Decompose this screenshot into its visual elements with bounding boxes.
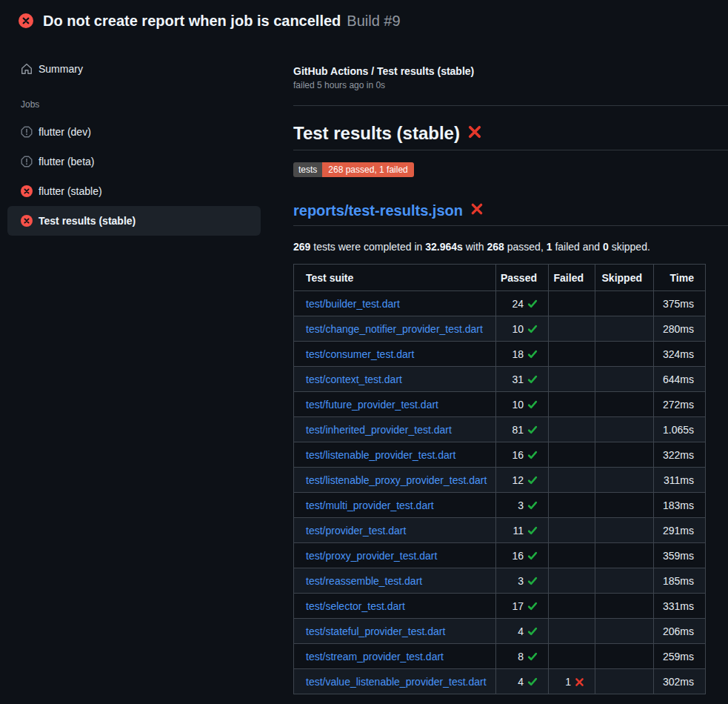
skipped-cell <box>595 291 654 316</box>
section-title-text: Test results (stable) <box>293 122 460 145</box>
time-cell: 359ms <box>654 543 706 568</box>
time-cell: 322ms <box>654 442 706 468</box>
test-suite-link[interactable]: test/proxy_provider_test.dart <box>306 550 437 562</box>
table-row: test/change_notifier_provider_test.dart1… <box>294 316 706 342</box>
skipped-cell <box>595 644 654 669</box>
test-suite-link[interactable]: test/inherited_provider_test.dart <box>306 424 452 436</box>
time-cell: 183ms <box>654 493 706 518</box>
column-header-time: Time <box>654 265 706 291</box>
test-suite-link[interactable]: test/listenable_proxy_provider_test.dart <box>306 474 487 486</box>
table-row: test/context_test.dart31644ms <box>294 367 706 392</box>
skipped-cell <box>595 468 654 493</box>
skipped-cell <box>595 543 654 568</box>
green-check-icon <box>527 576 538 586</box>
sidebar-job-item-3[interactable]: flutter (stable) <box>7 176 261 206</box>
sidebar-job-item-4[interactable]: Test results (stable) <box>7 206 261 236</box>
table-row: test/selector_test.dart17331ms <box>294 594 706 619</box>
skipped-cell <box>595 342 654 367</box>
test-suite-link[interactable]: test/builder_test.dart <box>306 298 400 310</box>
green-check-icon <box>527 601 538 611</box>
table-row: test/listenable_provider_test.dart16322m… <box>294 442 706 468</box>
run-header: Do not create report when job is cancell… <box>0 0 728 41</box>
test-suite-link[interactable]: test/selector_test.dart <box>306 600 405 612</box>
skipped-cell <box>595 392 654 417</box>
passed-cell: 17 <box>496 594 549 619</box>
job-item-label: Test results (stable) <box>39 215 136 227</box>
passed-cell: 12 <box>496 468 549 493</box>
test-suite-link[interactable]: test/stateful_provider_test.dart <box>306 625 445 637</box>
job-detail-panel: GitHub Actions / Test results (stable) f… <box>261 41 728 694</box>
sidebar-item-summary[interactable]: Summary <box>7 58 261 80</box>
green-check-icon <box>527 551 538 561</box>
sidebar-job-item-1[interactable]: flutter (dev) <box>7 117 261 147</box>
test-suite-cell: test/consumer_test.dart <box>294 342 496 367</box>
time-cell: 259ms <box>654 644 706 669</box>
time-cell: 272ms <box>654 392 706 417</box>
green-check-icon <box>527 500 538 511</box>
test-suite-cell: test/change_notifier_provider_test.dart <box>294 316 496 342</box>
test-suite-cell: test/context_test.dart <box>294 367 496 392</box>
passed-cell: 31 <box>496 367 549 392</box>
tests-status-badge: tests 268 passed, 1 failed <box>293 162 414 177</box>
time-cell: 375ms <box>654 291 706 316</box>
red-cross-icon <box>470 201 484 220</box>
passed-cell: 11 <box>496 518 549 543</box>
table-row: test/reassemble_test.dart3185ms <box>294 568 706 594</box>
passed-cell: 4 <box>496 619 549 644</box>
failed-cell <box>549 644 595 669</box>
test-suite-link[interactable]: test/provider_test.dart <box>306 525 406 537</box>
test-suite-link[interactable]: test/stream_provider_test.dart <box>306 651 444 663</box>
skipped-cell <box>595 594 654 619</box>
test-suite-link[interactable]: test/reassemble_test.dart <box>306 575 422 587</box>
test-suite-link[interactable]: test/multi_provider_test.dart <box>306 499 434 511</box>
test-suite-cell: test/listenable_provider_test.dart <box>294 442 496 468</box>
badge-label: tests <box>293 162 322 177</box>
skipped-cell <box>595 442 654 468</box>
test-suite-link[interactable]: test/change_notifier_provider_test.dart <box>306 323 483 335</box>
test-suite-link[interactable]: test/consumer_test.dart <box>306 348 414 360</box>
job-item-label: flutter (beta) <box>39 156 94 167</box>
time-cell: 302ms <box>654 669 706 694</box>
failed-cell <box>549 619 595 644</box>
test-suite-cell: test/stateful_provider_test.dart <box>294 619 496 644</box>
passed-cell: 3 <box>496 568 549 594</box>
green-check-icon <box>527 299 538 309</box>
stop-icon <box>21 156 33 167</box>
time-cell: 280ms <box>654 316 706 342</box>
x-circle-icon <box>21 185 33 197</box>
test-suite-cell: test/stream_provider_test.dart <box>294 644 496 669</box>
failed-x-circle-icon <box>19 13 33 28</box>
test-suite-link[interactable]: test/context_test.dart <box>306 373 402 385</box>
summary-text: tests were completed in <box>310 241 425 253</box>
breadcrumb: GitHub Actions / Test results (stable) <box>293 64 728 79</box>
report-title: reports/test-results.json <box>293 201 728 226</box>
passed-cell: 3 <box>496 493 549 518</box>
failed-cell <box>549 568 595 594</box>
test-suite-link[interactable]: test/value_listenable_provider_test.dart <box>306 676 487 688</box>
green-check-icon <box>527 626 538 637</box>
test-suite-link[interactable]: test/future_provider_test.dart <box>306 399 438 411</box>
skipped-cell <box>595 367 654 392</box>
failed-cell <box>549 442 595 468</box>
sidebar-job-item-2[interactable]: flutter (beta) <box>7 147 261 176</box>
run-meta: failed 5 hours ago in 0s <box>293 79 728 92</box>
green-check-icon <box>527 324 538 334</box>
time-cell: 1.065s <box>654 417 706 442</box>
failed-cell <box>549 392 595 417</box>
divider <box>293 105 728 106</box>
table-row: test/stream_provider_test.dart8259ms <box>294 644 706 669</box>
table-row: test/future_provider_test.dart10272ms <box>294 392 706 417</box>
stop-icon <box>21 126 33 138</box>
column-header-test-suite: Test suite <box>294 265 496 291</box>
test-suite-cell: test/reassemble_test.dart <box>294 568 496 594</box>
report-file-link[interactable]: reports/test-results.json <box>293 201 463 220</box>
table-row: test/stateful_provider_test.dart4206ms <box>294 619 706 644</box>
test-suite-link[interactable]: test/listenable_provider_test.dart <box>306 449 455 461</box>
failed-cell <box>549 543 595 568</box>
run-sidebar: Summary Jobs flutter (dev)flutter (beta)… <box>7 41 261 236</box>
green-check-icon <box>527 425 538 435</box>
test-suite-cell: test/builder_test.dart <box>294 291 496 316</box>
job-item-label: flutter (dev) <box>39 126 91 138</box>
summary-number: 1 <box>547 241 552 253</box>
time-cell: 644ms <box>654 367 706 392</box>
